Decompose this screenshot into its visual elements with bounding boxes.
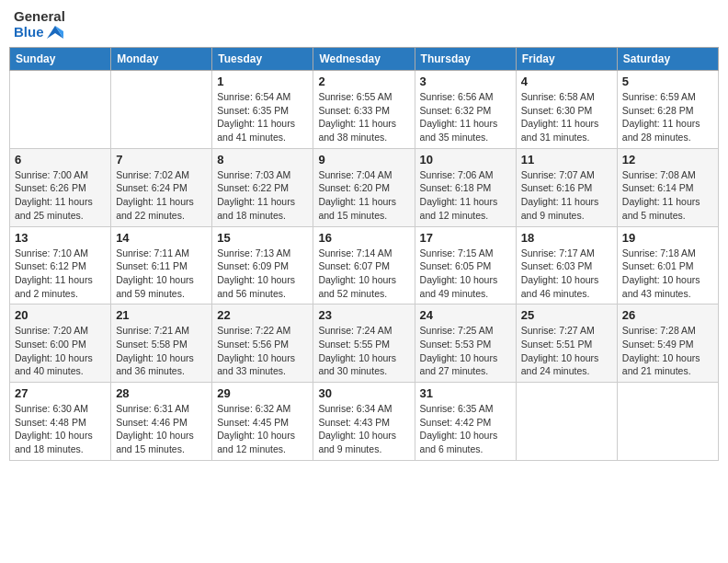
day-info: Sunrise: 7:11 AMSunset: 6:11 PMDaylight:… [116, 247, 207, 301]
day-info: Sunrise: 7:13 AMSunset: 6:09 PMDaylight:… [217, 247, 308, 301]
day-number: 16 [318, 231, 409, 245]
logo-blue: Blue [14, 25, 65, 40]
calendar-cell: 8Sunrise: 7:03 AMSunset: 6:22 PMDaylight… [212, 148, 313, 226]
calendar-week-row: 1Sunrise: 6:54 AMSunset: 6:35 PMDaylight… [10, 71, 719, 149]
calendar-cell: 21Sunrise: 7:21 AMSunset: 5:58 PMDayligh… [111, 304, 212, 383]
weekday-header-cell: Tuesday [212, 48, 313, 71]
calendar-cell: 19Sunrise: 7:18 AMSunset: 6:01 PMDayligh… [617, 226, 718, 304]
day-info: Sunrise: 6:31 AMSunset: 4:46 PMDaylight:… [116, 402, 207, 456]
day-number: 29 [217, 386, 308, 400]
calendar-cell: 15Sunrise: 7:13 AMSunset: 6:09 PMDayligh… [212, 226, 313, 304]
day-info: Sunrise: 7:27 AMSunset: 5:51 PMDaylight:… [521, 324, 612, 378]
weekday-header-cell: Wednesday [313, 48, 415, 71]
day-info: Sunrise: 6:59 AMSunset: 6:28 PMDaylight:… [622, 90, 713, 144]
calendar-cell: 7Sunrise: 7:02 AMSunset: 6:24 PMDaylight… [111, 148, 212, 226]
day-info: Sunrise: 7:24 AMSunset: 5:55 PMDaylight:… [318, 324, 409, 378]
day-number: 31 [420, 386, 511, 400]
day-info: Sunrise: 7:10 AMSunset: 6:12 PMDaylight:… [15, 247, 106, 301]
calendar-cell: 10Sunrise: 7:06 AMSunset: 6:18 PMDayligh… [415, 148, 516, 226]
day-number: 20 [15, 308, 106, 322]
logo-text-block: General Blue [14, 9, 65, 40]
weekday-header-cell: Saturday [617, 48, 718, 71]
day-info: Sunrise: 6:54 AMSunset: 6:35 PMDaylight:… [217, 90, 308, 144]
calendar-cell [111, 71, 212, 149]
calendar-cell: 20Sunrise: 7:20 AMSunset: 6:00 PMDayligh… [10, 304, 111, 383]
day-info: Sunrise: 7:06 AMSunset: 6:18 PMDaylight:… [420, 168, 511, 223]
calendar-cell: 9Sunrise: 7:04 AMSunset: 6:20 PMDaylight… [313, 148, 415, 226]
calendar-cell: 3Sunrise: 6:56 AMSunset: 6:32 PMDaylight… [415, 71, 516, 149]
calendar-cell: 14Sunrise: 7:11 AMSunset: 6:11 PMDayligh… [111, 226, 212, 304]
day-number: 21 [116, 308, 207, 322]
weekday-header-cell: Friday [516, 48, 617, 71]
day-info: Sunrise: 7:28 AMSunset: 5:49 PMDaylight:… [622, 324, 713, 378]
day-info: Sunrise: 6:55 AMSunset: 6:33 PMDaylight:… [318, 90, 409, 144]
calendar-cell [516, 383, 617, 461]
calendar-cell: 22Sunrise: 7:22 AMSunset: 5:56 PMDayligh… [212, 304, 313, 383]
day-number: 28 [116, 386, 207, 400]
weekday-header-cell: Monday [111, 48, 212, 71]
logo-bird-icon [47, 26, 63, 39]
calendar-week-row: 20Sunrise: 7:20 AMSunset: 6:00 PMDayligh… [10, 304, 719, 383]
calendar-cell: 25Sunrise: 7:27 AMSunset: 5:51 PMDayligh… [516, 304, 617, 383]
day-number: 15 [217, 231, 308, 245]
day-number: 4 [521, 75, 612, 88]
day-number: 13 [15, 231, 106, 245]
day-number: 30 [318, 386, 409, 400]
day-info: Sunrise: 7:17 AMSunset: 6:03 PMDaylight:… [521, 247, 612, 301]
day-number: 19 [622, 231, 713, 245]
calendar-cell: 13Sunrise: 7:10 AMSunset: 6:12 PMDayligh… [10, 226, 111, 304]
day-info: Sunrise: 6:30 AMSunset: 4:48 PMDaylight:… [15, 402, 106, 456]
calendar-cell: 1Sunrise: 6:54 AMSunset: 6:35 PMDaylight… [212, 71, 313, 149]
calendar-cell: 28Sunrise: 6:31 AMSunset: 4:46 PMDayligh… [111, 383, 212, 461]
day-number: 2 [318, 75, 409, 88]
calendar-cell: 12Sunrise: 7:08 AMSunset: 6:14 PMDayligh… [617, 148, 718, 226]
day-number: 23 [318, 308, 409, 322]
day-number: 14 [116, 231, 207, 245]
weekday-header-row: SundayMondayTuesdayWednesdayThursdayFrid… [10, 48, 719, 71]
calendar-cell: 29Sunrise: 6:32 AMSunset: 4:45 PMDayligh… [212, 383, 313, 461]
weekday-header-cell: Thursday [415, 48, 516, 71]
day-info: Sunrise: 7:03 AMSunset: 6:22 PMDaylight:… [217, 168, 308, 223]
day-number: 26 [622, 308, 713, 322]
calendar-cell: 6Sunrise: 7:00 AMSunset: 6:26 PMDaylight… [10, 148, 111, 226]
calendar-cell [617, 383, 718, 461]
day-info: Sunrise: 7:21 AMSunset: 5:58 PMDaylight:… [116, 324, 207, 378]
calendar-cell [10, 71, 111, 149]
day-info: Sunrise: 7:14 AMSunset: 6:07 PMDaylight:… [318, 247, 409, 301]
day-info: Sunrise: 6:58 AMSunset: 6:30 PMDaylight:… [521, 90, 612, 144]
day-info: Sunrise: 7:04 AMSunset: 6:20 PMDaylight:… [318, 168, 409, 223]
day-number: 7 [116, 153, 207, 167]
day-info: Sunrise: 7:25 AMSunset: 5:53 PMDaylight:… [420, 324, 511, 378]
day-info: Sunrise: 7:08 AMSunset: 6:14 PMDaylight:… [622, 168, 713, 223]
day-number: 11 [521, 153, 612, 167]
day-info: Sunrise: 7:00 AMSunset: 6:26 PMDaylight:… [15, 168, 106, 223]
calendar-table: SundayMondayTuesdayWednesdayThursdayFrid… [9, 47, 719, 461]
calendar-body: 1Sunrise: 6:54 AMSunset: 6:35 PMDaylight… [10, 71, 719, 461]
calendar-cell: 5Sunrise: 6:59 AMSunset: 6:28 PMDaylight… [617, 71, 718, 149]
calendar-cell: 24Sunrise: 7:25 AMSunset: 5:53 PMDayligh… [415, 304, 516, 383]
calendar-cell: 16Sunrise: 7:14 AMSunset: 6:07 PMDayligh… [313, 226, 415, 304]
calendar-cell: 26Sunrise: 7:28 AMSunset: 5:49 PMDayligh… [617, 304, 718, 383]
day-number: 27 [15, 386, 106, 400]
day-number: 3 [420, 75, 511, 88]
day-info: Sunrise: 7:20 AMSunset: 6:00 PMDaylight:… [15, 324, 106, 378]
day-info: Sunrise: 6:35 AMSunset: 4:42 PMDaylight:… [420, 402, 511, 456]
day-number: 12 [622, 153, 713, 167]
calendar-cell: 31Sunrise: 6:35 AMSunset: 4:42 PMDayligh… [415, 383, 516, 461]
day-info: Sunrise: 7:02 AMSunset: 6:24 PMDaylight:… [116, 168, 207, 223]
day-number: 8 [217, 153, 308, 167]
calendar-cell: 27Sunrise: 6:30 AMSunset: 4:48 PMDayligh… [10, 383, 111, 461]
day-info: Sunrise: 7:18 AMSunset: 6:01 PMDaylight:… [622, 247, 713, 301]
day-number: 24 [420, 308, 511, 322]
day-number: 22 [217, 308, 308, 322]
calendar-cell: 2Sunrise: 6:55 AMSunset: 6:33 PMDaylight… [313, 71, 415, 149]
day-number: 6 [15, 153, 106, 167]
logo: General Blue [14, 9, 65, 40]
day-number: 10 [420, 153, 511, 167]
weekday-header-cell: Sunday [10, 48, 111, 71]
day-number: 18 [521, 231, 612, 245]
day-number: 1 [217, 75, 308, 88]
calendar-cell: 30Sunrise: 6:34 AMSunset: 4:43 PMDayligh… [313, 383, 415, 461]
calendar-week-row: 13Sunrise: 7:10 AMSunset: 6:12 PMDayligh… [10, 226, 719, 304]
day-info: Sunrise: 6:34 AMSunset: 4:43 PMDaylight:… [318, 402, 409, 456]
